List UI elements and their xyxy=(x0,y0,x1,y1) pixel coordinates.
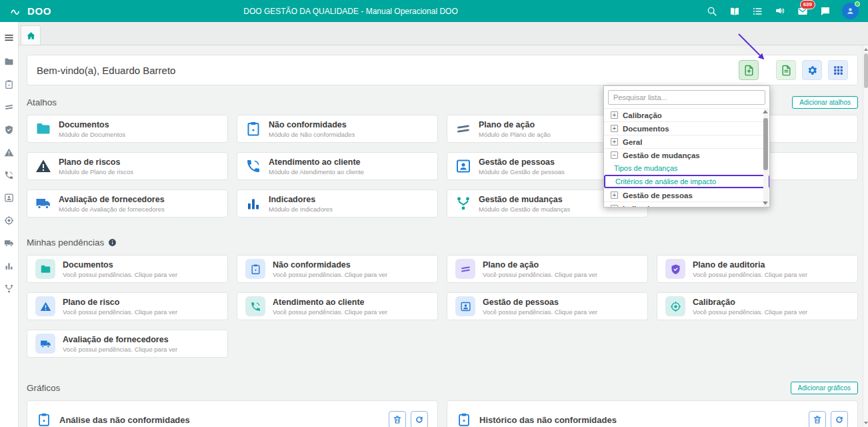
scroll-down-arrow[interactable] xyxy=(763,201,768,205)
add-list-document-button[interactable] xyxy=(739,60,759,80)
sidebar-item-calibracao[interactable] xyxy=(0,209,19,232)
brand-logo[interactable]: DOO xyxy=(9,5,51,17)
topbar-actions: 639 xyxy=(706,3,859,19)
sidebar-item-gestao-de-mudancas[interactable] xyxy=(0,277,19,300)
expand-icon[interactable] xyxy=(611,191,618,199)
welcome-greeting: Bem-vindo(a), Eduardo Barreto xyxy=(37,65,175,76)
pending-card-plano-de-acao[interactable]: Plano de açãoVocê possui pendências. Cli… xyxy=(447,255,648,283)
branch-icon xyxy=(455,195,471,211)
pending-card-fornecedores[interactable]: Avaliação de fornecedoresVocê possui pen… xyxy=(27,330,228,358)
sidebar-item-indicadores[interactable] xyxy=(0,254,19,277)
bar-chart-icon xyxy=(245,195,261,211)
app: DOO DOO GESTÃO DA QUALIDADE - Manual Ope… xyxy=(0,0,868,427)
clipboard-icon xyxy=(245,121,261,137)
task-list-icon[interactable] xyxy=(751,5,763,17)
pending-card-documentos[interactable]: DocumentosVocê possui pendências. Clique… xyxy=(27,255,228,283)
list-item-criterios-analise-impacto[interactable]: Critérios de análise de impacto xyxy=(604,175,769,188)
mail-icon[interactable]: 639 xyxy=(797,5,808,17)
truck-icon xyxy=(35,334,55,354)
sidebar-item-plano-de-riscos[interactable] xyxy=(0,141,19,163)
pending-card-nao-conformidades[interactable]: Não conformidadesVocê possui pendências.… xyxy=(237,255,438,283)
pending-card-plano-de-risco[interactable]: Plano de riscoVocê possui pendências. Cl… xyxy=(27,292,228,320)
tabbar xyxy=(19,22,868,45)
refresh-chart-button[interactable] xyxy=(831,411,848,427)
announcements-icon[interactable] xyxy=(774,5,785,17)
sidebar-item-fornecedores[interactable] xyxy=(0,232,19,254)
shortcut-card-atendimento[interactable]: Atendimento ao clienteMódulo de Atendime… xyxy=(237,152,438,180)
folder-icon xyxy=(35,259,55,279)
refresh-chart-button[interactable] xyxy=(411,411,428,427)
pending-grid: DocumentosVocê possui pendências. Clique… xyxy=(27,255,858,358)
pending-section-title: Minhas pendências xyxy=(27,238,104,248)
folder-icon xyxy=(4,57,14,67)
scroll-up-arrow[interactable] xyxy=(763,110,768,113)
list-group-documentos[interactable]: Documentos xyxy=(604,121,769,135)
report-document-button[interactable] xyxy=(776,60,796,80)
hamburger-menu-icon[interactable] xyxy=(0,27,19,47)
topbar: DOO DOO GESTÃO DA QUALIDADE - Manual Ope… xyxy=(0,0,868,22)
phone-icon xyxy=(4,170,14,180)
shortcut-card-indicadores[interactable]: IndicadoresMódulo de Indicadores xyxy=(237,189,438,218)
shortcut-card-nao-conformidades[interactable]: Não conformidadesMódulo de Não conformid… xyxy=(237,115,438,143)
chat-icon[interactable] xyxy=(819,5,831,17)
search-icon[interactable] xyxy=(706,5,717,17)
expand-icon[interactable] xyxy=(611,111,618,119)
scroll-down-arrow[interactable] xyxy=(864,422,868,424)
list-group-calibracao[interactable]: Calibração xyxy=(604,108,769,121)
brand-text: DOO xyxy=(27,5,51,17)
action-lines-icon xyxy=(4,102,14,112)
scroll-thumb[interactable] xyxy=(763,118,768,170)
sidebar-item-nao-conformidades[interactable] xyxy=(0,73,19,95)
list-group-gestao-de-mudancas[interactable]: Gestão de mudanças xyxy=(604,148,769,161)
main-scrollbar[interactable] xyxy=(863,45,868,427)
popup-scrollbar[interactable] xyxy=(763,108,769,207)
list-search-input[interactable] xyxy=(608,90,765,105)
expand-icon[interactable] xyxy=(611,125,618,132)
clipboard-icon xyxy=(457,412,471,427)
shortcut-card-plano-de-riscos[interactable]: Plano de riscosMódulo de Plano de riscos xyxy=(27,152,228,180)
shield-check-icon xyxy=(665,259,685,279)
expand-icon[interactable] xyxy=(611,205,618,207)
shortcut-card-fornecedores[interactable]: Avaliação de fornecedoresMódulo de Avali… xyxy=(27,189,228,218)
tab-home[interactable] xyxy=(21,25,41,45)
sidebar-item-gestao-de-pessoas[interactable] xyxy=(0,186,19,209)
list-popup: Calibração Documentos Geral Gestão de mu… xyxy=(603,85,770,207)
doc-plus-icon xyxy=(743,65,755,76)
scroll-up-arrow[interactable] xyxy=(864,48,868,51)
truck-icon xyxy=(35,195,51,211)
shortcut-card-documentos[interactable]: DocumentosMódulo de Documentos xyxy=(27,115,228,143)
bar-chart-icon xyxy=(4,261,14,271)
sidebar xyxy=(0,22,19,427)
chart-panel-analise: Análise das não conformidades xyxy=(27,400,438,427)
collapse-icon[interactable] xyxy=(611,151,618,159)
online-status-dot xyxy=(855,1,860,7)
doc-report-icon xyxy=(781,65,792,76)
doo-wave-logo-icon xyxy=(9,6,23,17)
sidebar-item-atendimento[interactable] xyxy=(0,163,19,186)
list-group-indicadores[interactable]: Indicadores xyxy=(604,201,769,207)
sidebar-item-plano-de-auditoria[interactable] xyxy=(0,118,19,141)
trash-icon xyxy=(813,415,822,424)
pending-card-calibracao[interactable]: CalibraçãoVocê possui pendências. Clique… xyxy=(657,292,858,320)
settings-button[interactable] xyxy=(802,60,822,80)
sidebar-item-plano-de-acao[interactable] xyxy=(0,95,19,118)
scroll-thumb[interactable] xyxy=(864,53,868,88)
delete-chart-button[interactable] xyxy=(809,411,826,427)
pending-card-plano-de-auditoria[interactable]: Plano de auditoriaVocê possui pendências… xyxy=(657,255,858,283)
manual-book-icon[interactable] xyxy=(729,5,740,17)
list-group-gestao-de-pessoas[interactable]: Gestão de pessoas xyxy=(604,188,769,201)
mail-badge: 639 xyxy=(800,0,815,9)
delete-chart-button[interactable] xyxy=(389,411,406,427)
welcome-actions xyxy=(739,60,848,80)
apps-grid-button[interactable] xyxy=(828,60,848,80)
add-charts-button[interactable]: Adicionar gráficos xyxy=(791,382,858,394)
pending-card-atendimento[interactable]: Atendimento ao clienteVocê possui pendên… xyxy=(237,292,438,320)
list-item-tipos-de-mudancas[interactable]: Tipos de mudanças xyxy=(604,161,769,175)
expand-icon[interactable] xyxy=(611,138,618,145)
list-group-geral[interactable]: Geral xyxy=(604,135,769,148)
info-icon[interactable] xyxy=(108,238,117,247)
add-shortcuts-button[interactable]: Adicionar atalhos xyxy=(792,96,858,109)
sidebar-item-documentos[interactable] xyxy=(0,50,19,73)
pending-card-gestao-de-pessoas[interactable]: Gestão de pessoasVocê possui pendências.… xyxy=(447,292,648,320)
user-avatar[interactable] xyxy=(842,3,859,19)
